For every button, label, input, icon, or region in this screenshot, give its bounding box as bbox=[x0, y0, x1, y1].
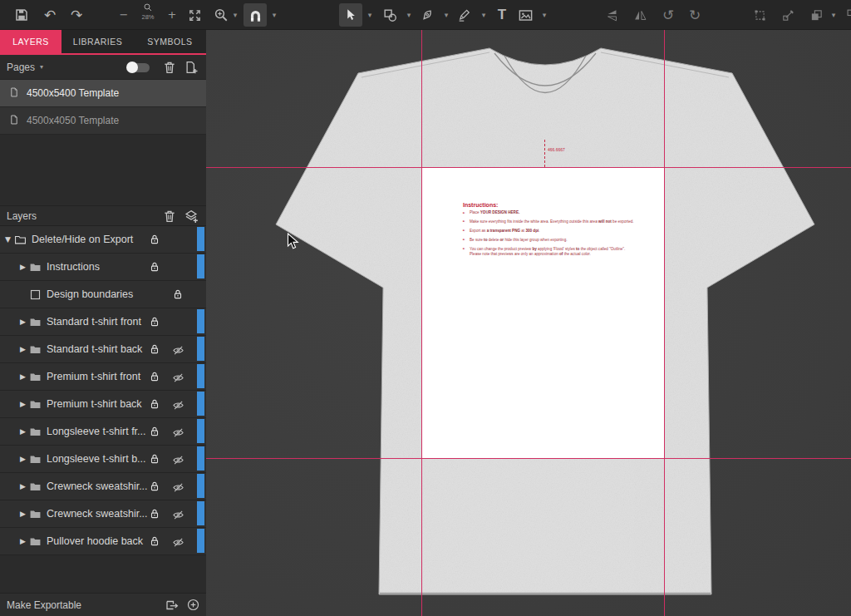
rotate-cw-icon[interactable]: ↻ bbox=[683, 3, 706, 27]
export-icon[interactable] bbox=[165, 598, 180, 613]
layer-caret-icon[interactable]: ▶ bbox=[20, 537, 26, 545]
layer-caret-icon[interactable]: ▼ bbox=[5, 235, 11, 244]
eye-off-icon[interactable] bbox=[172, 372, 184, 387]
zoom-indicator[interactable]: 28% bbox=[135, 2, 161, 27]
eye-off-icon[interactable] bbox=[172, 399, 184, 415]
eye-off-icon[interactable] bbox=[172, 481, 184, 497]
lock-icon[interactable] bbox=[149, 261, 160, 276]
eye-off-icon[interactable] bbox=[172, 426, 184, 442]
layer-color-tag[interactable] bbox=[197, 227, 204, 251]
undo-icon[interactable]: ↶ bbox=[38, 3, 61, 27]
lock-icon[interactable] bbox=[149, 480, 160, 495]
arrange-layers-icon[interactable] bbox=[804, 3, 828, 27]
guide-vertical-right[interactable] bbox=[664, 30, 665, 616]
tab-libraries[interactable]: LIBRARIES bbox=[61, 30, 134, 53]
flip-horizontal-icon[interactable] bbox=[600, 3, 623, 27]
layer-caret-icon[interactable]: ▶ bbox=[20, 482, 26, 490]
tab-layers[interactable]: LAYERS bbox=[0, 30, 61, 53]
transform-box-icon[interactable] bbox=[748, 3, 771, 27]
layer-color-tag[interactable] bbox=[197, 254, 204, 278]
layer-row[interactable]: ▶ Premium t-shirt front bbox=[0, 363, 206, 391]
delete-page-icon[interactable] bbox=[162, 60, 177, 75]
page-row[interactable]: 4500x4050 Template bbox=[0, 107, 206, 135]
layer-caret-icon[interactable]: ▶ bbox=[20, 400, 26, 408]
image-tool-icon[interactable] bbox=[514, 3, 537, 27]
layer-row[interactable]: ▶ Standard t-shirt back bbox=[0, 336, 206, 363]
lock-icon[interactable] bbox=[149, 453, 160, 468]
layer-color-tag[interactable] bbox=[197, 501, 204, 525]
layer-color-tag[interactable] bbox=[197, 529, 204, 553]
pencil-caret-icon[interactable]: ▾ bbox=[480, 11, 488, 19]
image-caret-icon[interactable]: ▾ bbox=[540, 11, 548, 19]
edit-points-icon[interactable] bbox=[776, 3, 799, 27]
zoom-tool-icon[interactable] bbox=[209, 3, 233, 27]
rotate-ccw-icon[interactable]: ↺ bbox=[657, 3, 680, 27]
shape-tool-icon[interactable] bbox=[378, 3, 401, 27]
zoom-in-button[interactable]: + bbox=[166, 7, 178, 21]
zoom-out-button[interactable]: − bbox=[118, 7, 130, 21]
layer-color-tag[interactable] bbox=[197, 392, 204, 416]
pen-caret-icon[interactable]: ▾ bbox=[442, 11, 450, 19]
layer-row[interactable]: ▶ Crewneck sweatshir... bbox=[0, 473, 206, 500]
eye-off-icon[interactable] bbox=[172, 536, 184, 552]
lock-icon[interactable] bbox=[149, 398, 160, 413]
layer-row[interactable]: ▶ Longsleeve t-shirt fr... bbox=[0, 418, 206, 446]
layer-caret-icon[interactable]: ▶ bbox=[20, 372, 26, 381]
guide-horizontal-bottom[interactable] bbox=[206, 458, 851, 459]
layer-color-tag[interactable] bbox=[197, 309, 204, 333]
layer-row[interactable]: ▶ Standard t-shirt front bbox=[0, 308, 206, 336]
layer-row[interactable]: ▶ Premium t-shirt back bbox=[0, 391, 206, 418]
layer-color-tag[interactable] bbox=[197, 446, 204, 471]
snap-caret-icon[interactable]: ▾ bbox=[270, 11, 278, 19]
page-row[interactable]: 4500x5400 Template bbox=[0, 80, 206, 107]
layer-color-tag[interactable] bbox=[197, 364, 204, 388]
layer-color-tag[interactable] bbox=[197, 474, 204, 498]
layer-caret-icon[interactable]: ▶ bbox=[20, 510, 26, 518]
lock-icon[interactable] bbox=[149, 316, 160, 331]
lock-icon[interactable] bbox=[149, 426, 160, 441]
layer-color-tag[interactable] bbox=[197, 337, 204, 361]
layer-row[interactable]: ▶ Crewneck sweatshir... bbox=[0, 500, 206, 528]
eye-off-icon[interactable] bbox=[172, 509, 184, 525]
group-icon[interactable] bbox=[841, 3, 851, 27]
arrange-caret-icon[interactable]: ▾ bbox=[829, 11, 838, 19]
layer-caret-icon[interactable]: ▶ bbox=[20, 263, 26, 271]
layer-caret-icon[interactable]: ▶ bbox=[20, 318, 26, 326]
zoom-fit-icon[interactable] bbox=[183, 3, 206, 27]
canvas[interactable]: Instructions: ►Place YOUR DESIGN HERE.►M… bbox=[206, 30, 851, 616]
layer-row[interactable]: ▼ Delete/Hide on Export bbox=[0, 226, 206, 254]
add-page-icon[interactable] bbox=[184, 60, 199, 75]
layer-row[interactable]: ▶ Pullover hoodie back bbox=[0, 528, 206, 555]
pages-caret-icon[interactable]: ▾ bbox=[40, 63, 43, 71]
lock-icon[interactable] bbox=[172, 288, 184, 303]
lock-icon[interactable] bbox=[149, 371, 160, 386]
lock-icon[interactable] bbox=[149, 508, 160, 523]
layer-row[interactable]: ▶ Longsleeve t-shirt b... bbox=[0, 446, 206, 473]
lock-icon[interactable] bbox=[149, 234, 160, 249]
save-icon[interactable] bbox=[10, 3, 33, 27]
zoom-tool-caret-icon[interactable]: ▾ bbox=[231, 11, 239, 19]
lock-icon[interactable] bbox=[149, 535, 160, 550]
lock-icon[interactable] bbox=[149, 343, 160, 358]
layer-caret-icon[interactable]: ▶ bbox=[20, 455, 26, 463]
pencil-tool-icon[interactable] bbox=[453, 3, 476, 27]
guide-horizontal-top[interactable] bbox=[206, 167, 851, 168]
guide-vertical-left[interactable] bbox=[421, 30, 422, 616]
pointer-tool-icon[interactable] bbox=[339, 3, 362, 27]
snap-magnet-icon[interactable] bbox=[243, 3, 267, 27]
redo-icon[interactable]: ↷ bbox=[65, 3, 88, 27]
add-layer-icon[interactable] bbox=[184, 209, 199, 224]
layer-row[interactable]: Design boundaries bbox=[0, 281, 206, 308]
layer-row[interactable]: ▶ Instructions bbox=[0, 254, 206, 281]
text-tool-icon[interactable]: T bbox=[490, 3, 514, 27]
design-area[interactable]: Instructions: ►Place YOUR DESIGN HERE.►M… bbox=[422, 168, 664, 458]
layer-caret-icon[interactable]: ▶ bbox=[20, 345, 26, 353]
eye-off-icon[interactable] bbox=[172, 344, 184, 360]
pen-tool-icon[interactable] bbox=[416, 3, 439, 27]
layer-color-tag[interactable] bbox=[197, 419, 204, 443]
flip-vertical-icon[interactable] bbox=[628, 3, 652, 27]
pages-toggle[interactable] bbox=[128, 63, 150, 72]
eye-off-icon[interactable] bbox=[172, 454, 184, 470]
shape-caret-icon[interactable]: ▾ bbox=[405, 11, 413, 19]
delete-layer-icon[interactable] bbox=[162, 209, 177, 224]
